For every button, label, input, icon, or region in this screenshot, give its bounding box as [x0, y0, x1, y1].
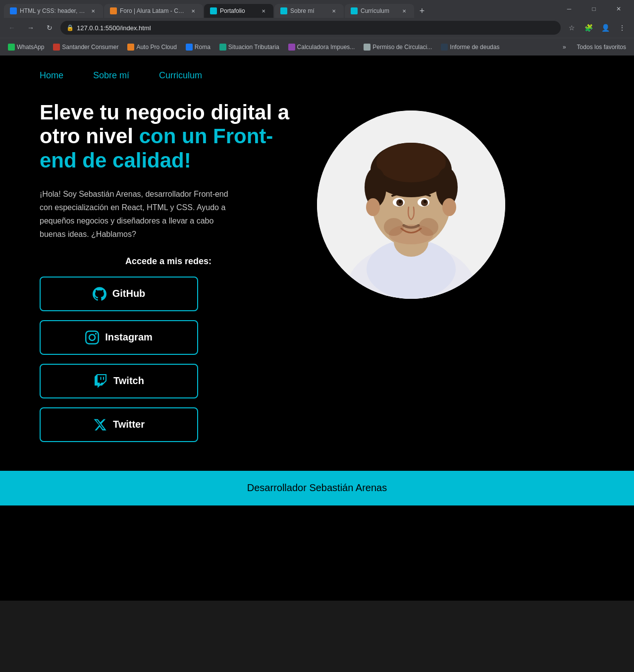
new-tab-button[interactable]: + — [415, 4, 429, 18]
instagram-button[interactable]: Instagram — [40, 320, 198, 355]
bookmark-label-permiso: Permiso de Circulaci... — [372, 44, 432, 51]
forward-button[interactable]: → — [23, 20, 39, 36]
bookmark-favicon-autocloud — [127, 44, 134, 51]
tab-title-3: Portafolio — [220, 7, 257, 14]
twitter-button[interactable]: Twitter — [40, 407, 198, 442]
maximize-button[interactable]: □ — [582, 0, 605, 18]
tab-close-3[interactable]: ✕ — [260, 7, 267, 15]
github-icon — [93, 287, 106, 301]
tab-title-2: Foro | Alura Latam - Cu... — [120, 7, 186, 14]
bookmark-roma[interactable]: Roma — [182, 42, 214, 53]
url-text: 127.0.0.1:5500/index.html — [77, 24, 555, 32]
tab-favicon-4 — [280, 7, 287, 14]
browser-tab-2[interactable]: Foro | Alura Latam - Cu... ✕ — [104, 4, 203, 18]
minimize-button[interactable]: ─ — [558, 0, 581, 18]
extensions-button[interactable]: 🧩 — [581, 20, 596, 36]
tab-bar: HTML y CSS: header, foo... ✕ Foro | Alur… — [4, 0, 552, 18]
all-favorites-button[interactable]: Todos los favoritos — [573, 42, 630, 53]
instagram-label: Instagram — [105, 332, 153, 343]
close-button[interactable]: ✕ — [607, 0, 630, 18]
browser-tab-3[interactable]: Portafolio ✕ — [204, 4, 273, 18]
github-label: GitHub — [112, 288, 146, 299]
browser-toolbar: ← → ↻ 🔒 127.0.0.1:5500/index.html ☆ 🧩 👤 … — [0, 18, 634, 38]
site-right-column — [317, 101, 505, 299]
tab-favicon-1 — [10, 7, 17, 14]
bookmark-whatsapp[interactable]: WhatsApp — [4, 42, 48, 53]
bookmark-label-calculadora: Calculadora Impues... — [297, 44, 355, 51]
tab-favicon-3 — [210, 7, 217, 14]
bookmark-favicon-informe — [441, 44, 448, 51]
bookmark-tributaria[interactable]: Situacion Tributaria — [215, 42, 283, 53]
social-heading: Accede a mis redes: — [40, 256, 297, 267]
tab-close-1[interactable]: ✕ — [89, 7, 97, 15]
tab-title-4: Sobre mí — [290, 7, 327, 14]
tab-close-2[interactable]: ✕ — [189, 7, 197, 15]
svg-point-9 — [366, 198, 380, 216]
browser-titlebar: HTML y CSS: header, foo... ✕ Foro | Alur… — [0, 0, 634, 18]
svg-point-10 — [442, 198, 456, 216]
toolbar-actions: ☆ 🧩 👤 ⋮ — [564, 20, 630, 36]
site-navigation: Home Sobre mí Curriculum — [0, 56, 634, 91]
hero-heading: Eleve tu negocio digital a otro nivel co… — [40, 101, 297, 172]
svg-point-19 — [419, 218, 438, 236]
browser-tab-5[interactable]: Curriculum ✕ — [345, 4, 414, 18]
bookmark-favicon-permiso — [364, 44, 370, 51]
tab-close-4[interactable]: ✕ — [330, 7, 338, 15]
bookmark-favicon-santander — [53, 44, 60, 51]
bookmarks-more-button[interactable]: » — [559, 42, 570, 53]
twitch-icon — [94, 374, 107, 388]
twitch-label: Twitch — [113, 375, 144, 387]
browser-tab-1[interactable]: HTML y CSS: header, foo... ✕ — [4, 4, 103, 18]
back-button[interactable]: ← — [4, 20, 20, 36]
tab-favicon-5 — [351, 7, 358, 14]
profile-photo — [317, 111, 505, 299]
instagram-icon — [85, 331, 99, 344]
nav-link-curriculum[interactable]: Curriculum — [159, 70, 202, 81]
bookmark-label-tributaria: Situacion Tributaria — [228, 44, 279, 51]
bookmark-favicon-whatsapp — [8, 44, 15, 51]
bookmark-favicon-roma — [186, 44, 193, 51]
favorites-label: Todos los favoritos — [577, 44, 626, 51]
tab-title-5: Curriculum — [361, 7, 397, 14]
security-icon: 🔒 — [66, 24, 74, 31]
svg-point-15 — [399, 200, 402, 203]
bookmark-label-roma: Roma — [195, 44, 211, 51]
refresh-button[interactable]: ↻ — [42, 20, 57, 36]
site-left-column: Eleve tu negocio digital a otro nivel co… — [40, 101, 297, 451]
bookmark-calculadora[interactable]: Calculadora Impues... — [284, 42, 359, 53]
tab-title-1: HTML y CSS: header, foo... — [20, 7, 86, 14]
svg-point-6 — [376, 143, 446, 182]
bookmark-informe[interactable]: Informe de deudas — [437, 42, 503, 53]
twitter-label: Twitter — [113, 419, 145, 430]
social-section: Accede a mis redes: GitHub — [40, 256, 297, 442]
hero-bio: ¡Hola! Soy Sebastián Arenas, desarrollad… — [40, 187, 238, 241]
svg-point-18 — [384, 218, 404, 236]
bookmark-label-informe: Informe de deudas — [450, 44, 499, 51]
bookmark-favicon-tributaria — [219, 44, 226, 51]
bookmark-label-whatsapp: WhatsApp — [17, 44, 44, 51]
profile-button[interactable]: 👤 — [597, 20, 613, 36]
footer-text: Desarrollador Sebastián Arenas — [247, 482, 387, 494]
nav-link-home[interactable]: Home — [40, 70, 63, 81]
bookmark-button[interactable]: ☆ — [564, 20, 580, 36]
profile-avatar-svg — [317, 111, 505, 299]
address-bar[interactable]: 🔒 127.0.0.1:5500/index.html — [60, 21, 561, 35]
window-controls: ─ □ ✕ — [558, 0, 630, 18]
twitch-button[interactable]: Twitch — [40, 364, 198, 398]
bookmark-permiso[interactable]: Permiso de Circulaci... — [360, 42, 436, 53]
browser-tab-4[interactable]: Sobre mí ✕ — [274, 4, 344, 18]
menu-button[interactable]: ⋮ — [614, 20, 630, 36]
bookmark-label-santander: Santander Consumer — [62, 44, 118, 51]
nav-link-sobre[interactable]: Sobre mí — [93, 70, 129, 81]
github-button[interactable]: GitHub — [40, 277, 198, 311]
bookmark-autocloud[interactable]: Auto Pro Cloud — [123, 42, 180, 53]
bookmark-santander[interactable]: Santander Consumer — [49, 42, 122, 53]
tab-close-5[interactable]: ✕ — [400, 7, 408, 15]
website-content: Home Sobre mí Curriculum Eleve tu negoci… — [0, 56, 634, 601]
bookmark-label-autocloud: Auto Pro Cloud — [136, 44, 176, 51]
svg-point-16 — [423, 200, 426, 203]
bookmark-favicon-calculadora — [288, 44, 295, 51]
browser-chrome: HTML y CSS: header, foo... ✕ Foro | Alur… — [0, 0, 634, 56]
bookmarks-bar: WhatsApp Santander Consumer Auto Pro Clo… — [0, 38, 634, 56]
site-main: Eleve tu negocio digital a otro nivel co… — [0, 91, 634, 471]
